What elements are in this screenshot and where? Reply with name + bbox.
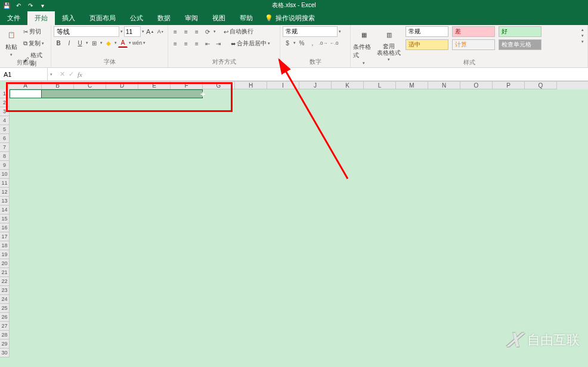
row-header[interactable]: 20 bbox=[0, 259, 10, 268]
enter-icon[interactable]: ✓ bbox=[69, 70, 74, 78]
number-format-input[interactable] bbox=[283, 26, 338, 37]
fx-icon[interactable]: fx bbox=[78, 71, 82, 78]
worksheet-grid[interactable]: ABCDEFGHIJKLMNOPQ 1234567891011121314151… bbox=[0, 81, 588, 355]
qat-dropdown-icon[interactable]: ▾ bbox=[38, 1, 47, 10]
phonetic-button[interactable]: wén bbox=[132, 38, 142, 48]
row-header[interactable]: 19 bbox=[0, 250, 10, 259]
tab-view[interactable]: 视图 bbox=[205, 11, 233, 25]
column-header[interactable]: K bbox=[332, 82, 364, 89]
row-header[interactable]: 7 bbox=[0, 143, 10, 152]
tell-me[interactable]: 💡 操作说明搜索 bbox=[260, 11, 320, 25]
redo-icon[interactable]: ↷ bbox=[26, 1, 35, 10]
column-header[interactable]: I bbox=[267, 82, 299, 89]
cell-style-check[interactable]: 检查单元格 bbox=[499, 39, 541, 50]
chevron-down-icon[interactable]: ▾ bbox=[339, 29, 341, 34]
cell-style-calculation[interactable]: 计算 bbox=[452, 39, 495, 50]
row-header[interactable]: 21 bbox=[0, 268, 10, 277]
row-header[interactable]: 9 bbox=[0, 161, 10, 170]
merge-center-button[interactable]: ⬌合并后居中▾ bbox=[229, 38, 272, 49]
row-header[interactable]: 29 bbox=[0, 340, 10, 349]
tab-help[interactable]: 帮助 bbox=[233, 11, 260, 25]
column-header[interactable]: F bbox=[171, 82, 203, 89]
increase-font-icon[interactable]: A▲ bbox=[146, 27, 155, 36]
align-bottom-button[interactable]: ≡ bbox=[192, 27, 202, 36]
undo-icon[interactable]: ↶ bbox=[14, 1, 23, 10]
chevron-down-icon[interactable]: ▾ bbox=[142, 29, 144, 34]
cell-style-neutral[interactable]: 适中 bbox=[406, 39, 448, 50]
decrease-indent-button[interactable]: ⇤ bbox=[203, 39, 212, 48]
increase-indent-button[interactable]: ⇥ bbox=[213, 39, 223, 48]
column-header[interactable]: C bbox=[74, 82, 106, 89]
row-header[interactable]: 16 bbox=[0, 223, 10, 232]
column-header[interactable]: P bbox=[493, 82, 525, 89]
align-center-button[interactable]: ≡ bbox=[181, 39, 191, 48]
fill-color-button[interactable]: ◆ bbox=[104, 38, 113, 48]
decrease-font-icon[interactable]: A▼ bbox=[156, 27, 166, 36]
cut-button[interactable]: ✂剪切 bbox=[21, 26, 48, 37]
align-left-button[interactable]: ≡ bbox=[171, 39, 180, 48]
row-header[interactable]: 26 bbox=[0, 313, 10, 322]
row-header[interactable]: 12 bbox=[0, 188, 10, 197]
namebox-dropdown-icon[interactable]: ▾ bbox=[48, 72, 55, 77]
font-size-input[interactable] bbox=[124, 26, 141, 37]
tab-data[interactable]: 数据 bbox=[150, 11, 178, 25]
tab-page-layout[interactable]: 页面布局 bbox=[82, 11, 123, 25]
chevron-down-icon[interactable]: ▾ bbox=[581, 33, 584, 38]
chevron-down-icon[interactable]: ▾ bbox=[120, 29, 123, 34]
tab-insert[interactable]: 插入 bbox=[55, 11, 82, 25]
cell-style-bad[interactable]: 差 bbox=[452, 26, 495, 37]
increase-decimal-button[interactable]: .0→ bbox=[318, 38, 328, 48]
column-header[interactable]: Q bbox=[525, 82, 557, 89]
row-header[interactable]: 24 bbox=[0, 295, 10, 304]
row-header[interactable]: 6 bbox=[0, 134, 10, 143]
row-header[interactable]: 10 bbox=[0, 170, 10, 179]
column-header[interactable]: E bbox=[138, 82, 171, 89]
accounting-button[interactable]: $ bbox=[283, 38, 292, 48]
underline-button[interactable]: U bbox=[75, 38, 85, 48]
column-header[interactable]: H bbox=[235, 82, 267, 89]
row-header[interactable]: 22 bbox=[0, 277, 10, 286]
cell-style-normal[interactable]: 常规 bbox=[406, 26, 448, 37]
row-header[interactable]: 1 bbox=[0, 89, 10, 98]
chevron-down-icon[interactable]: ▾ bbox=[293, 41, 296, 45]
format-as-table-button[interactable]: ▥ 套用 表格格式▾ bbox=[376, 26, 402, 62]
tab-review[interactable]: 审阅 bbox=[178, 11, 205, 25]
more-styles-icon[interactable]: ▾ bbox=[581, 39, 584, 44]
align-top-button[interactable]: ≡ bbox=[171, 27, 180, 36]
row-header[interactable]: 23 bbox=[0, 286, 10, 295]
row-header[interactable]: 13 bbox=[0, 197, 10, 206]
column-header[interactable]: L bbox=[364, 82, 396, 89]
column-header[interactable]: N bbox=[428, 82, 460, 89]
row-header[interactable]: 11 bbox=[0, 179, 10, 188]
bold-button[interactable]: B bbox=[54, 38, 63, 48]
percent-button[interactable]: % bbox=[297, 38, 307, 48]
tab-file[interactable]: 文件 bbox=[0, 11, 27, 25]
chevron-down-icon[interactable]: ▾ bbox=[100, 41, 103, 45]
row-header[interactable]: 4 bbox=[0, 116, 10, 125]
row-header[interactable]: 28 bbox=[0, 331, 10, 340]
orientation-button[interactable]: ⟳ bbox=[203, 27, 212, 36]
align-middle-button[interactable]: ≡ bbox=[181, 27, 191, 36]
chevron-down-icon[interactable]: ▾ bbox=[129, 41, 131, 45]
decrease-decimal-button[interactable]: ←.0 bbox=[329, 38, 339, 48]
tab-home[interactable]: 开始 bbox=[27, 11, 55, 25]
column-header[interactable]: B bbox=[42, 82, 74, 89]
row-header[interactable]: 14 bbox=[0, 206, 10, 214]
chevron-down-icon[interactable]: ▾ bbox=[86, 41, 88, 45]
chevron-up-icon[interactable]: ▴ bbox=[581, 27, 584, 32]
row-header[interactable]: 15 bbox=[0, 214, 10, 223]
chevron-down-icon[interactable]: ▾ bbox=[213, 29, 216, 34]
save-icon[interactable]: 💾 bbox=[2, 1, 11, 10]
row-header[interactable]: 3 bbox=[0, 107, 10, 116]
column-header[interactable]: M bbox=[396, 82, 428, 89]
paste-button[interactable]: 📋 粘贴 ▾ bbox=[2, 26, 20, 57]
name-box[interactable] bbox=[0, 68, 48, 80]
wrap-text-button[interactable]: ↩自动换行 bbox=[222, 26, 255, 37]
row-header[interactable]: 25 bbox=[0, 304, 10, 313]
copy-button[interactable]: ⧉复制▾ bbox=[21, 38, 48, 49]
chevron-down-icon[interactable]: ▾ bbox=[143, 41, 146, 45]
row-header[interactable]: 5 bbox=[0, 125, 10, 134]
cancel-icon[interactable]: ✕ bbox=[60, 70, 65, 78]
cell-style-good[interactable]: 好 bbox=[499, 26, 541, 37]
formula-input[interactable] bbox=[87, 68, 588, 80]
